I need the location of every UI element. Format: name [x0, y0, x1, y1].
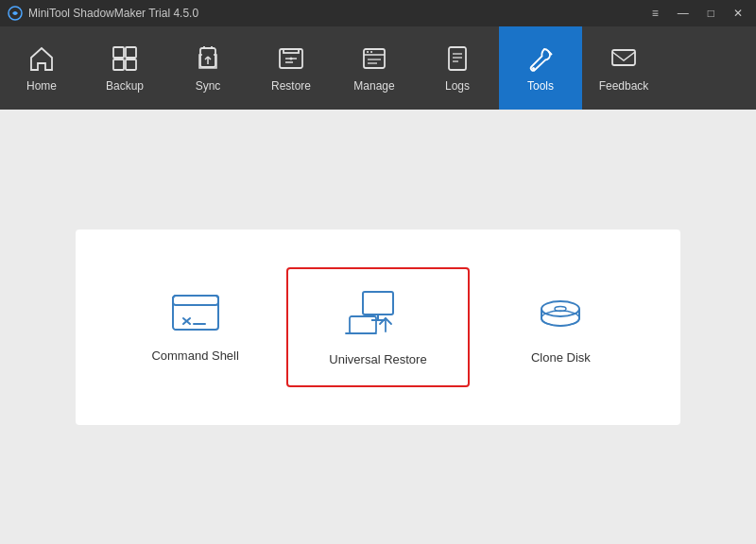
- title-bar-text: MiniTool ShadowMaker Trial 4.5.0: [28, 7, 198, 20]
- feedback-icon: [609, 43, 639, 74]
- nav-label-feedback: Feedback: [599, 79, 649, 93]
- svg-point-17: [541, 301, 579, 316]
- nav-label-sync: Sync: [196, 79, 221, 93]
- svg-rect-3: [113, 60, 124, 70]
- tool-item-command-shell[interactable]: Command Shell: [104, 273, 286, 382]
- clone-disk-icon: [534, 290, 587, 339]
- minimize-button[interactable]: —: [672, 5, 695, 22]
- nav-item-backup[interactable]: Backup: [83, 26, 166, 110]
- nav-item-logs[interactable]: Logs: [416, 26, 499, 110]
- nav-label-home: Home: [26, 79, 57, 93]
- tool-label-clone-disk: Clone Disk: [531, 350, 591, 365]
- nav-item-restore[interactable]: Restore: [249, 26, 333, 110]
- tool-label-command-shell: Command Shell: [151, 348, 239, 363]
- nav-item-home[interactable]: Home: [0, 26, 83, 110]
- maximize-button[interactable]: □: [702, 5, 720, 22]
- svg-rect-15: [363, 292, 393, 314]
- universal-restore-icon: [344, 288, 412, 341]
- nav-label-tools: Tools: [527, 79, 554, 93]
- tool-item-clone-disk[interactable]: Clone Disk: [470, 271, 652, 383]
- nav-item-feedback[interactable]: Feedback: [582, 26, 665, 110]
- svg-rect-10: [449, 47, 466, 70]
- svg-rect-1: [113, 47, 124, 58]
- nav-label-logs: Logs: [445, 79, 470, 93]
- svg-rect-16: [350, 316, 376, 333]
- title-bar: MiniTool ShadowMaker Trial 4.5.0 ≡ — □ ✕: [0, 0, 756, 26]
- backup-icon: [110, 43, 140, 74]
- app-logo-icon: [8, 6, 23, 21]
- nav-bar: Home Backup Sync: [0, 26, 756, 110]
- manage-icon: [359, 43, 389, 74]
- svg-point-11: [532, 67, 535, 70]
- svg-rect-8: [284, 49, 299, 53]
- menu-button[interactable]: ≡: [646, 5, 664, 22]
- svg-rect-4: [126, 60, 136, 70]
- tool-item-universal-restore[interactable]: Universal Restore: [286, 267, 469, 387]
- nav-item-sync[interactable]: Sync: [166, 26, 249, 110]
- main-content: Command Shell Universal Restore: [0, 110, 756, 544]
- svg-rect-2: [126, 47, 136, 58]
- tools-panel: Command Shell Universal Restore: [76, 230, 680, 425]
- nav-label-restore: Restore: [271, 79, 311, 93]
- svg-point-19: [555, 306, 566, 311]
- close-button[interactable]: ✕: [728, 5, 748, 22]
- nav-label-backup: Backup: [106, 79, 144, 93]
- svg-point-18: [541, 311, 579, 326]
- tool-label-universal-restore: Universal Restore: [329, 352, 426, 366]
- nav-label-manage: Manage: [353, 79, 394, 93]
- home-icon: [26, 43, 57, 74]
- nav-item-tools[interactable]: Tools: [499, 26, 582, 110]
- logs-icon: [442, 43, 472, 74]
- command-shell-icon: [169, 292, 222, 337]
- title-bar-controls: ≡ — □ ✕: [646, 5, 748, 22]
- sync-icon: [193, 43, 223, 74]
- title-bar-left: MiniTool ShadowMaker Trial 4.5.0: [8, 6, 198, 21]
- nav-item-manage[interactable]: Manage: [333, 26, 416, 110]
- svg-rect-12: [612, 50, 635, 65]
- svg-rect-14: [173, 296, 218, 305]
- restore-icon: [276, 43, 306, 74]
- tools-icon: [525, 43, 556, 74]
